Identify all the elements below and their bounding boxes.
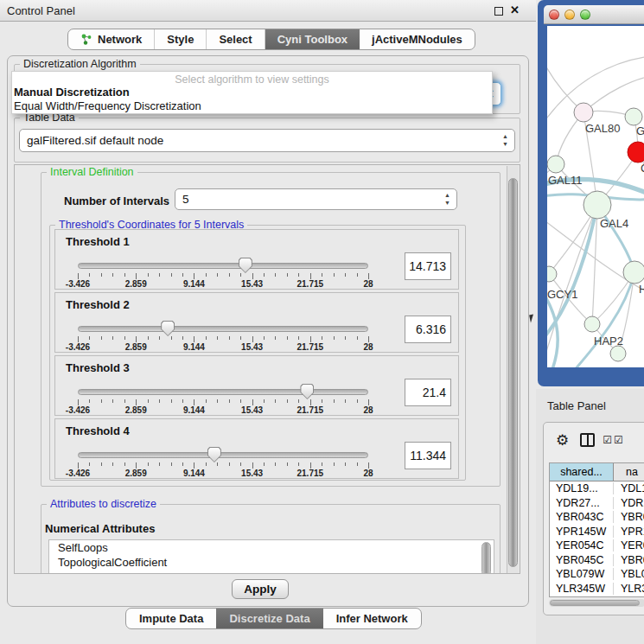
- table-row[interactable]: YER054CYER054C: [550, 539, 644, 553]
- table-cell[interactable]: YPR145W: [614, 526, 644, 538]
- number-of-intervals-combobox[interactable]: 5 ▲▼: [175, 188, 457, 210]
- slider-thumb[interactable]: [207, 447, 221, 462]
- tab-select[interactable]: Select: [207, 29, 265, 49]
- table-row[interactable]: YBL079WYBL079W: [550, 567, 644, 582]
- table-cell[interactable]: YIL053C: [550, 596, 614, 597]
- slider-thumb[interactable]: [239, 258, 252, 273]
- network-node[interactable]: [547, 156, 564, 173]
- network-node[interactable]: [623, 261, 644, 284]
- network-node[interactable]: [625, 108, 642, 125]
- table-cell[interactable]: YDL19...: [614, 482, 644, 494]
- tab-network[interactable]: Network: [68, 29, 155, 49]
- tab-style[interactable]: Style: [155, 29, 207, 49]
- table-cell[interactable]: YBR043C: [614, 511, 644, 523]
- stepper-icon: ▲▼: [502, 132, 508, 148]
- node-label: H: [639, 283, 644, 296]
- network-node[interactable]: [583, 191, 611, 219]
- threshold-value-field[interactable]: 21.4: [405, 379, 451, 406]
- tab-impute-data[interactable]: Impute Data: [126, 609, 216, 628]
- tick-mark: [357, 336, 358, 340]
- gear-icon[interactable]: ⚙: [556, 431, 569, 449]
- table-cell[interactable]: YER054C: [614, 539, 644, 552]
- table-cell[interactable]: YLR345W: [614, 583, 644, 595]
- tick-mark: [252, 273, 253, 279]
- tab-infer-network[interactable]: Infer Network: [323, 609, 421, 628]
- close-traffic-light[interactable]: [549, 10, 559, 20]
- table-cell[interactable]: YDR27...: [614, 497, 644, 509]
- table-cell[interactable]: YDR27...: [550, 497, 614, 509]
- threshold-value-field[interactable]: 11.344: [405, 442, 451, 469]
- network-node[interactable]: [584, 316, 600, 332]
- table-row[interactable]: YDR27...YDR27...: [550, 496, 644, 511]
- slider-thumb[interactable]: [161, 321, 175, 336]
- scrollbar-thumb[interactable]: [550, 600, 640, 606]
- table-row[interactable]: YIL053CYIL053C: [550, 596, 644, 597]
- threshold-value-field[interactable]: 14.713: [405, 252, 451, 280]
- list-scrollbar[interactable]: [481, 542, 491, 574]
- network-view-window[interactable]: GAL80GACGAL11GAL4GCY1HHAP2: [538, 0, 644, 386]
- horizontal-scrollbar[interactable]: [549, 599, 644, 607]
- tab-discretize-data[interactable]: Discretize Data: [216, 609, 322, 628]
- table-row[interactable]: YDL19...YDL19...: [550, 481, 644, 496]
- scrollbar-thumb[interactable]: [508, 178, 518, 567]
- table-data-combobox[interactable]: galFiltered.sif default node ▲▼: [19, 129, 515, 152]
- apply-button[interactable]: Apply: [232, 579, 289, 599]
- attribute-item[interactable]: SelfLoops: [49, 540, 494, 555]
- tick-label: -3.426: [66, 279, 90, 289]
- tab-label: Infer Network: [336, 612, 408, 625]
- threshold-slider[interactable]: -3.4262.8599.14415.4321.71528: [78, 319, 368, 350]
- tab-jactivemnodules[interactable]: jActiveMNodules: [360, 29, 475, 49]
- threshold-slider[interactable]: -3.4262.8599.14415.4321.71528: [78, 382, 368, 413]
- network-node[interactable]: [574, 103, 593, 122]
- threshold-slider[interactable]: -3.4262.8599.14415.4321.71528: [78, 256, 368, 287]
- network-canvas[interactable]: GAL80GACGAL11GAL4GCY1HHAP2: [547, 26, 644, 367]
- table-cell[interactable]: YER054C: [550, 539, 614, 552]
- tab-cyni-toolbox[interactable]: Cyni Toolbox: [265, 29, 360, 49]
- table-row[interactable]: YLR345WYLR345W: [550, 582, 644, 596]
- tick-label: -3.426: [66, 469, 90, 478]
- column-header-name[interactable]: na: [614, 463, 644, 481]
- slider-track[interactable]: [78, 326, 368, 332]
- table-cell[interactable]: YBL079W: [550, 568, 614, 580]
- table-cell[interactable]: YPR145W: [550, 526, 614, 538]
- table-cell[interactable]: YBR043C: [550, 511, 614, 523]
- checkbox-icon[interactable]: ☑: [603, 434, 612, 446]
- dropdown-option-manual[interactable]: Manual Discretization: [12, 86, 492, 99]
- slider-thumb[interactable]: [300, 384, 314, 399]
- slider-track[interactable]: [78, 389, 368, 395]
- attributes-group: Attributes to discretize Numerical Attri…: [41, 504, 501, 574]
- table-row[interactable]: YBR043CYBR043C: [550, 510, 644, 525]
- network-node[interactable]: [547, 266, 557, 282]
- slider-track[interactable]: [78, 452, 368, 458]
- table-cell[interactable]: YBL079W: [614, 568, 644, 580]
- attribute-item[interactable]: TopologicalCoefficient: [49, 555, 494, 570]
- dropdown-option-equal-width[interactable]: Equal Width/Frequency Discretization: [12, 99, 492, 113]
- table-row[interactable]: YPR145WYPR145W: [550, 525, 644, 539]
- float-window-icon[interactable]: [494, 7, 503, 16]
- zoom-traffic-light[interactable]: [580, 10, 590, 20]
- vertical-scrollbar[interactable]: [507, 166, 519, 574]
- table-cell[interactable]: YLR345W: [550, 583, 614, 595]
- table-row[interactable]: YBR045CYBR045C: [550, 553, 644, 568]
- minimize-traffic-light[interactable]: [564, 10, 575, 20]
- column-header-shared-name[interactable]: shared...: [550, 463, 614, 481]
- attribute-item[interactable]: BetweennessCentrality: [49, 570, 494, 574]
- tick-mark: [229, 399, 230, 403]
- threshold-slider[interactable]: -3.4262.8599.14415.4321.71528: [78, 445, 368, 476]
- tick-mark: [89, 273, 90, 277]
- network-node[interactable]: [610, 346, 626, 361]
- tick-mark: [368, 462, 369, 469]
- network-node[interactable]: [628, 142, 644, 163]
- close-icon[interactable]: ✕: [510, 3, 520, 16]
- slider-track[interactable]: [78, 263, 368, 269]
- table-cell[interactable]: YBR045C: [550, 554, 614, 566]
- table-cell[interactable]: YIL053C: [614, 596, 644, 597]
- numerical-attributes-list[interactable]: SelfLoopsTopologicalCoefficientBetweenne…: [48, 539, 494, 574]
- tick-mark: [368, 336, 369, 342]
- table-cell[interactable]: YDL19...: [550, 482, 614, 494]
- network-window-titlebar[interactable]: [544, 5, 644, 24]
- checkbox-icon[interactable]: ☑: [614, 434, 623, 446]
- threshold-value-field[interactable]: 6.316: [405, 316, 451, 343]
- split-columns-icon[interactable]: [580, 433, 595, 447]
- table-cell[interactable]: YBR045C: [614, 554, 644, 566]
